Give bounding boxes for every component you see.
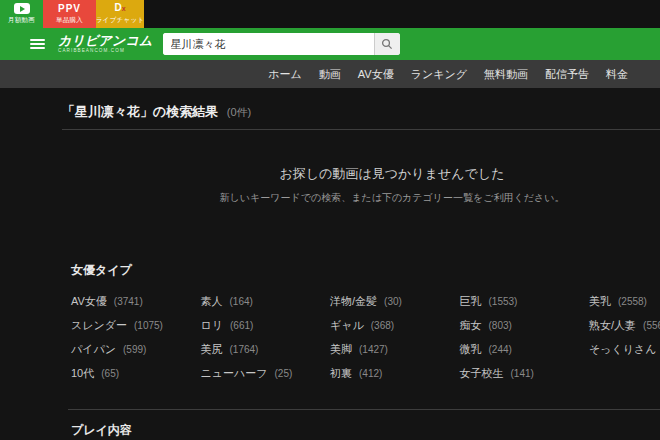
- category-link[interactable]: 美尻(1764): [201, 337, 331, 361]
- monthly-video-button[interactable]: 月額動画: [0, 0, 43, 28]
- section-title-actress-type: 女優タイプ: [62, 261, 660, 279]
- category-link[interactable]: ニューハーフ(25): [201, 361, 331, 385]
- category-link[interactable]: 微乳(244): [460, 337, 590, 361]
- main-nav: ホーム 動画 AV女優 ランキング 無料動画 配信予告 料金: [0, 60, 660, 88]
- play-triangle: [20, 6, 25, 12]
- category-link[interactable]: 巨乳(1553): [460, 289, 590, 313]
- divider: [62, 129, 660, 130]
- category-link[interactable]: ロリ(661): [201, 313, 331, 337]
- search-results-title: 「星川凛々花」の検索結果: [62, 104, 218, 119]
- empty-results-title: お探しの動画は見つかりませんでした: [62, 164, 660, 184]
- category-link[interactable]: 熟女/人妻(556): [589, 313, 660, 337]
- category-link[interactable]: 洋物/金髪(30): [330, 289, 460, 313]
- section-title-play-content: プレイ内容: [62, 421, 660, 439]
- site-logo-subtitle: CARIBBEANCOM.COM: [58, 49, 153, 54]
- search-results-count: (0件): [227, 106, 251, 118]
- category-link[interactable]: 美乳(2558): [589, 289, 660, 313]
- ppv-title: PPV: [58, 4, 81, 14]
- dx-logo-d: D: [114, 2, 121, 13]
- search-results-header: 「星川凛々花」の検索結果 (0件): [62, 88, 660, 122]
- category-link[interactable]: パイパン(599): [71, 337, 201, 361]
- search-input[interactable]: [163, 33, 374, 55]
- category-link[interactable]: 10代(65): [71, 361, 201, 385]
- divider: [68, 409, 660, 410]
- ppv-label: 単品購入: [56, 16, 83, 25]
- nav-ranking[interactable]: ランキング: [411, 67, 467, 82]
- category-link[interactable]: 素人(164): [201, 289, 331, 313]
- nav-home[interactable]: ホーム: [268, 67, 302, 82]
- site-header: カリビアンコム CARIBBEANCOM.COM: [0, 28, 660, 60]
- empty-results-hint: 新しいキーワードでの検索、または下のカテゴリー一覧をご利用ください。: [62, 190, 660, 205]
- page: { "topbar": { "monthly": { "label": "月額動…: [0, 0, 660, 440]
- search-button[interactable]: [374, 33, 400, 55]
- category-link[interactable]: 美脚(1427): [330, 337, 460, 361]
- category-link[interactable]: ギャル(368): [330, 313, 460, 337]
- livechat-label: ライブチャット: [96, 16, 145, 25]
- search-icon: [381, 38, 393, 50]
- site-logo-title: カリビアンコム: [58, 34, 153, 47]
- category-link[interactable]: スレンダー(1075): [71, 313, 201, 337]
- play-icon: [14, 3, 30, 14]
- livechat-button[interactable]: Dx ライブチャット: [96, 0, 144, 28]
- category-link[interactable]: 初裏(412): [330, 361, 460, 385]
- content-container: 「星川凛々花」の検索結果 (0件) お探しの動画は見つかりませんでした 新しいキ…: [62, 88, 660, 439]
- dx-logo-x: x: [122, 5, 126, 12]
- category-link[interactable]: そっくりさん(73): [589, 337, 660, 361]
- menu-icon[interactable]: [30, 37, 45, 51]
- ppv-button[interactable]: PPV 単品購入: [43, 0, 96, 28]
- category-link[interactable]: AV女優(3741): [71, 289, 201, 313]
- main-content: 「星川凛々花」の検索結果 (0件) お探しの動画は見つかりませんでした 新しいキ…: [0, 88, 660, 440]
- category-link[interactable]: 女子校生(141): [460, 361, 590, 385]
- nav-free-videos[interactable]: 無料動画: [484, 67, 528, 82]
- search-box: [163, 33, 400, 55]
- site-logo[interactable]: カリビアンコム CARIBBEANCOM.COM: [58, 34, 153, 54]
- nav-streaming-schedule[interactable]: 配信予告: [545, 67, 589, 82]
- dx-logo-icon: Dx: [114, 3, 125, 14]
- category-link[interactable]: 痴女(803): [460, 313, 590, 337]
- monthly-video-label: 月額動画: [8, 16, 35, 25]
- nav-av-actress[interactable]: AV女優: [358, 67, 394, 82]
- topbar: 月額動画 PPV 単品購入 Dx ライブチャット: [0, 0, 660, 28]
- category-grid: AV女優(3741) 素人(164) 洋物/金髪(30) 巨乳(1553) 美乳…: [62, 289, 660, 385]
- nav-videos[interactable]: 動画: [319, 67, 341, 82]
- nav-pricing[interactable]: 料金: [606, 67, 628, 82]
- empty-results-message: お探しの動画は見つかりませんでした 新しいキーワードでの検索、または下のカテゴリ…: [62, 164, 660, 205]
